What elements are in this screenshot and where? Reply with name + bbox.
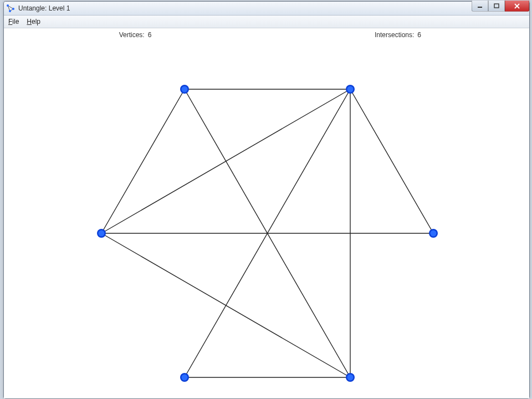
- graph-svg: [4, 42, 529, 398]
- svg-point-4: [12, 8, 14, 10]
- minimize-icon: [477, 3, 483, 9]
- app-window: Untangle: Level 1 File Help: [3, 1, 530, 399]
- graph-vertex[interactable]: [180, 85, 189, 94]
- graph-canvas[interactable]: [4, 42, 529, 398]
- svg-point-5: [9, 10, 11, 12]
- svg-point-13: [347, 86, 354, 93]
- graph-vertex[interactable]: [180, 373, 189, 382]
- vertices-value: 6: [148, 31, 152, 39]
- app-icon: [6, 4, 15, 13]
- graph-edge: [101, 89, 185, 233]
- svg-rect-7: [494, 4, 499, 8]
- graph-vertex[interactable]: [429, 229, 438, 238]
- svg-point-19: [182, 375, 188, 381]
- graph-vertex[interactable]: [97, 229, 106, 238]
- menu-file[interactable]: File: [8, 18, 19, 25]
- close-icon: [514, 3, 520, 9]
- stats-bar: Vertices: 6 Intersections: 6: [4, 28, 529, 42]
- titlebar[interactable]: Untangle: Level 1: [4, 2, 529, 16]
- svg-point-3: [7, 4, 9, 7]
- svg-point-21: [347, 375, 354, 381]
- minimize-button[interactable]: [472, 1, 488, 12]
- graph-vertex[interactable]: [346, 373, 355, 382]
- graph-edge: [101, 233, 350, 377]
- svg-point-17: [431, 231, 437, 237]
- graph-edge: [101, 89, 350, 233]
- stats-intersections: Intersections: 6: [267, 31, 529, 39]
- graph-vertex[interactable]: [346, 85, 355, 94]
- svg-point-11: [182, 86, 188, 93]
- window-controls: [472, 1, 529, 12]
- maximize-button[interactable]: [488, 1, 505, 12]
- window-title: Untangle: Level 1: [18, 4, 70, 12]
- svg-rect-6: [478, 7, 482, 8]
- intersections-value: 6: [417, 31, 421, 39]
- stats-vertices: Vertices: 6: [4, 31, 267, 39]
- menubar: File Help: [4, 16, 529, 28]
- vertices-label: Vertices:: [119, 31, 145, 39]
- intersections-label: Intersections:: [375, 31, 414, 39]
- maximize-icon: [494, 3, 499, 9]
- svg-point-15: [99, 231, 105, 237]
- close-button[interactable]: [505, 1, 529, 12]
- menu-help[interactable]: Help: [27, 18, 40, 25]
- graph-edge: [350, 89, 433, 233]
